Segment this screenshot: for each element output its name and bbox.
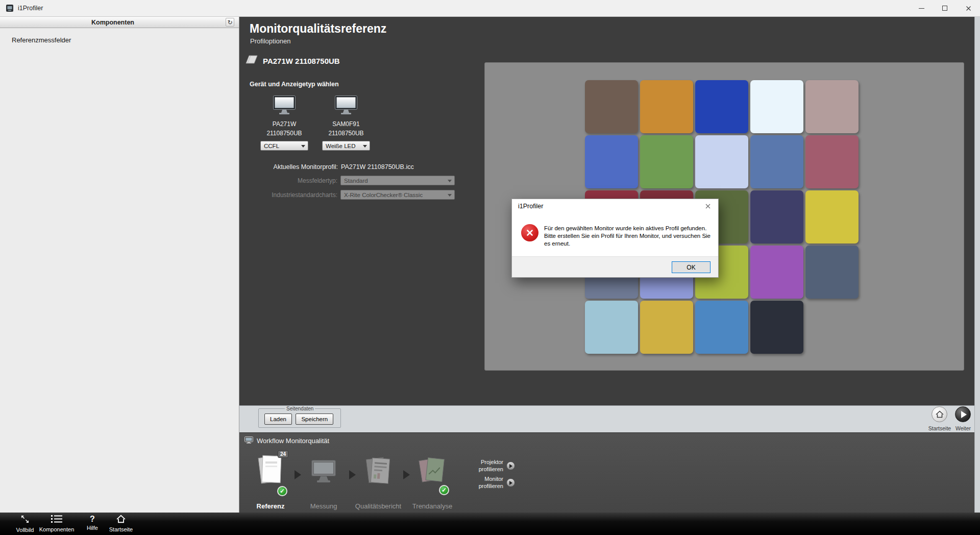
dialog-titlebar[interactable]: i1Profiler bbox=[512, 199, 718, 213]
device-name: PA271W bbox=[260, 120, 309, 128]
sidebar-item-referenzmessfelder[interactable]: Referenzmessfelder bbox=[12, 36, 239, 44]
maximize-icon bbox=[942, 6, 947, 11]
toolbar-komponenten[interactable]: Komponenten bbox=[36, 515, 77, 534]
industry-chart-label: Industriestandardcharts: bbox=[272, 191, 337, 199]
page-data-group-label: Seitendaten bbox=[285, 406, 315, 411]
workflow-step-label: Messung bbox=[299, 502, 348, 510]
device-heading-text: PA271W 21108750UB bbox=[263, 57, 340, 65]
color-patch bbox=[585, 80, 638, 133]
color-patch bbox=[750, 246, 803, 299]
profile-monitor-action: Monitor profilieren bbox=[442, 476, 515, 490]
select-value: Standard bbox=[344, 178, 368, 184]
window-titlebar[interactable]: i1Profiler bbox=[0, 0, 980, 17]
chevron-down-icon bbox=[448, 180, 452, 182]
projector-action-label: Projektor profilieren bbox=[442, 459, 503, 473]
toolbar-startseite[interactable]: Startseite bbox=[101, 515, 141, 534]
color-patch bbox=[640, 301, 693, 354]
device-serial: 21108750UB bbox=[260, 130, 309, 137]
monitor-small-icon bbox=[244, 436, 253, 445]
refresh-icon[interactable]: ↻ bbox=[226, 18, 234, 27]
dialog-title: i1Profiler bbox=[518, 203, 543, 210]
dialog-footer: OK bbox=[512, 256, 718, 277]
workflow-step-qualitaetsbericht[interactable]: Qualitätsbericht bbox=[348, 451, 409, 512]
color-patch bbox=[805, 246, 859, 299]
page-subtitle: Profiloptionen bbox=[250, 37, 291, 45]
vertical-scrollbar[interactable] bbox=[974, 17, 980, 513]
sidebar-header: Komponenten ↻ bbox=[0, 17, 239, 28]
device-name: SAM0F91 bbox=[322, 120, 371, 128]
error-dialog: i1Profiler Für den gewählten Monitor wur… bbox=[511, 199, 719, 278]
backlight-select-ccfl[interactable]: CCFL bbox=[260, 141, 308, 151]
dialog-close-icon[interactable] bbox=[702, 201, 714, 212]
page-actions-band bbox=[239, 405, 974, 432]
workflow-step-label: Trendanalyse bbox=[402, 502, 463, 510]
backlight-select-led[interactable]: Weiße LED bbox=[322, 141, 370, 151]
arrow-right-icon bbox=[509, 464, 512, 468]
color-patch bbox=[695, 301, 748, 354]
sidebar: Komponenten ↻ Referenzmessfelder bbox=[0, 17, 239, 513]
select-value: X-Rite ColorChecker® Classic bbox=[344, 192, 423, 198]
window-controls bbox=[910, 0, 980, 16]
workflow-step-messung[interactable]: Messung bbox=[299, 451, 348, 512]
load-button[interactable]: Laden bbox=[264, 414, 292, 425]
save-button[interactable]: Speichern bbox=[296, 414, 333, 425]
workflow-title: Workflow Monitorqualität bbox=[257, 437, 329, 445]
minimize-button[interactable] bbox=[910, 0, 933, 16]
device-serial: 21108750UB bbox=[322, 130, 371, 137]
monitor-action-label: Monitor profilieren bbox=[442, 476, 503, 490]
projector-go-button[interactable] bbox=[506, 461, 515, 470]
color-patch bbox=[750, 190, 803, 244]
color-patch bbox=[805, 135, 859, 188]
patch-type-select: Standard bbox=[340, 176, 455, 185]
components-list-icon bbox=[51, 515, 62, 524]
select-value: Weiße LED bbox=[326, 143, 356, 149]
chevron-down-icon bbox=[448, 194, 452, 197]
play-icon bbox=[961, 411, 967, 418]
color-patch bbox=[805, 190, 859, 244]
minimize-icon bbox=[919, 8, 924, 9]
dialog-message: Für den gewählten Monitor wurde kein akt… bbox=[544, 225, 713, 248]
toolbar-label: Komponenten bbox=[36, 526, 77, 532]
home-icon bbox=[936, 410, 944, 418]
ok-button[interactable]: OK bbox=[672, 261, 710, 273]
home-icon bbox=[116, 515, 126, 524]
close-button[interactable] bbox=[957, 0, 980, 16]
monitor-go-button[interactable] bbox=[506, 478, 515, 487]
monitor-icon bbox=[273, 95, 296, 117]
profile-book-icon bbox=[244, 54, 259, 67]
app-icon bbox=[6, 4, 14, 12]
color-patch bbox=[750, 301, 803, 354]
device-heading: PA271W 21108750UB bbox=[244, 54, 340, 67]
next-button-label: Weiter bbox=[947, 425, 979, 431]
maximize-button[interactable] bbox=[933, 0, 957, 16]
workflow-step-referenz[interactable]: 24 ✓ Referenz bbox=[246, 451, 295, 512]
color-patch bbox=[695, 80, 748, 133]
chevron-down-icon bbox=[363, 145, 367, 148]
color-patch bbox=[585, 135, 638, 188]
color-patch bbox=[750, 80, 803, 133]
window-title: i1Profiler bbox=[18, 5, 43, 12]
workflow-header: Workflow Monitorqualität bbox=[244, 436, 329, 445]
toolbar-label: Startseite bbox=[101, 526, 141, 532]
select-value: CCFL bbox=[264, 143, 279, 149]
bottom-toolbar bbox=[0, 513, 980, 535]
color-patch bbox=[640, 135, 693, 188]
workflow-step-label: Qualitätsbericht bbox=[348, 502, 409, 510]
next-button[interactable] bbox=[955, 406, 971, 422]
workflow-step-label: Referenz bbox=[246, 502, 295, 510]
error-icon bbox=[521, 224, 538, 241]
page-data-group: Seitendaten Laden Speichern bbox=[258, 406, 341, 428]
device-tile-pa271w[interactable]: PA271W 21108750UB CCFL bbox=[260, 93, 309, 151]
fullscreen-icon bbox=[20, 515, 30, 524]
page-title: Monitorqualitätsreferenz bbox=[250, 22, 386, 36]
color-patch bbox=[750, 135, 803, 188]
quality-report-icon bbox=[363, 454, 393, 487]
device-tile-sam0f91[interactable]: SAM0F91 21108750UB Weiße LED bbox=[322, 93, 371, 151]
industry-chart-select: X-Rite ColorChecker® Classic bbox=[340, 190, 455, 200]
current-profile-label: Aktuelles Monitorprofil: bbox=[274, 163, 338, 171]
color-patch bbox=[805, 80, 859, 133]
patch-count-badge: 24 bbox=[278, 450, 288, 458]
sidebar-header-title: Komponenten bbox=[91, 19, 148, 26]
check-icon: ✓ bbox=[277, 486, 287, 496]
home-button[interactable] bbox=[932, 406, 947, 422]
